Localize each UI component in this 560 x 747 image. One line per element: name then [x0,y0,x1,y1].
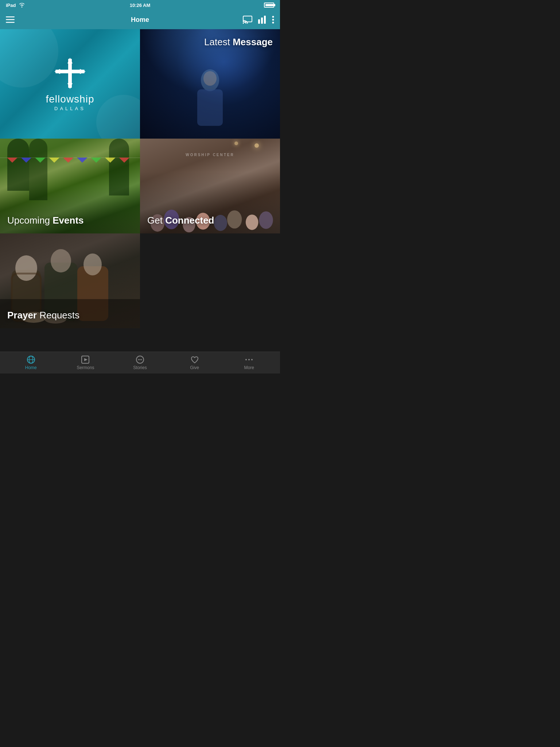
svg-point-55 [141,359,142,360]
tab-sermons-label: Sermons [77,365,94,370]
get-connected-label: Get Connected [147,215,214,226]
svg-point-8 [272,16,274,18]
svg-marker-22 [35,158,46,163]
status-right [264,3,274,8]
svg-point-53 [138,359,139,360]
svg-rect-0 [6,16,15,18]
svg-rect-2 [6,22,15,23]
svg-point-4 [243,23,244,24]
status-time: 10:26 AM [130,3,151,8]
analytics-icon[interactable] [258,16,266,24]
svg-point-54 [139,359,140,360]
header-left [6,16,15,23]
play-square-icon [81,355,90,364]
svg-marker-23 [49,158,59,163]
svg-marker-26 [91,158,102,163]
svg-point-43 [83,253,102,275]
svg-rect-5 [258,19,260,24]
tab-home[interactable]: Home [4,355,58,370]
prayer-requests-label: Prayer Requests [7,310,79,321]
heart-icon [190,355,199,364]
tab-more-label: More [244,365,254,370]
globe-icon [27,355,35,364]
svg-point-57 [248,359,250,360]
svg-point-34 [227,210,242,229]
get-connected-tile[interactable]: WORSHIP CENTER Get Connected [140,139,280,233]
latest-message-tile[interactable]: Latest Message [140,29,280,139]
status-left: iPad [6,3,25,8]
tab-give[interactable]: Give [167,355,222,370]
logo-container: fellowship DALLAS [46,57,94,111]
battery-icon [264,3,274,8]
church-city: DALLAS [54,106,86,111]
svg-point-41 [51,249,71,272]
device-label: iPad [6,3,16,8]
cast-icon[interactable] [243,16,252,24]
header-right [243,16,274,24]
more-options-icon[interactable] [272,16,274,24]
latest-message-label: Latest Message [204,36,273,48]
svg-rect-1 [6,19,15,20]
svg-point-38 [15,255,37,281]
menu-icon[interactable] [6,16,15,23]
svg-rect-3 [243,16,252,22]
svg-marker-28 [119,158,129,163]
main-content: fellowship DALLAS Latest Message [0,29,280,352]
ellipsis-icon [245,355,253,364]
svg-marker-20 [7,158,18,163]
svg-rect-7 [264,16,266,24]
tab-stories[interactable]: Stories [113,355,167,370]
svg-marker-24 [63,158,74,163]
svg-marker-51 [84,358,88,361]
empty-tile [140,233,280,328]
svg-point-35 [246,214,258,230]
svg-point-36 [259,212,273,229]
svg-point-58 [251,359,253,360]
wifi-icon [19,3,25,8]
svg-point-33 [214,215,227,231]
svg-rect-6 [261,18,263,24]
svg-point-10 [272,22,274,24]
tab-stories-label: Stories [133,365,147,370]
svg-marker-25 [77,158,88,163]
upcoming-events-label: Upcoming Events [7,215,84,226]
prayer-requests-tile[interactable]: Prayer Requests [0,233,140,328]
chat-bubble-icon [136,355,144,364]
tab-bar: Home Sermons Stories Give More [0,352,280,374]
header: Home [0,10,280,29]
church-name: fellowship [46,93,94,105]
header-title: Home [131,16,149,24]
logo-tile[interactable]: fellowship DALLAS [0,29,140,139]
svg-rect-18 [197,89,223,126]
tab-more[interactable]: More [222,355,276,370]
svg-marker-21 [21,158,32,163]
tab-home-label: Home [25,365,37,370]
svg-point-9 [272,19,274,21]
status-bar: iPad 10:26 AM [0,0,280,10]
cross-icon [54,57,86,90]
tab-sermons[interactable]: Sermons [58,355,113,370]
tab-give-label: Give [190,365,199,370]
upcoming-events-tile[interactable]: Upcoming Events [0,139,140,233]
svg-point-56 [245,359,247,360]
svg-marker-27 [105,158,116,163]
